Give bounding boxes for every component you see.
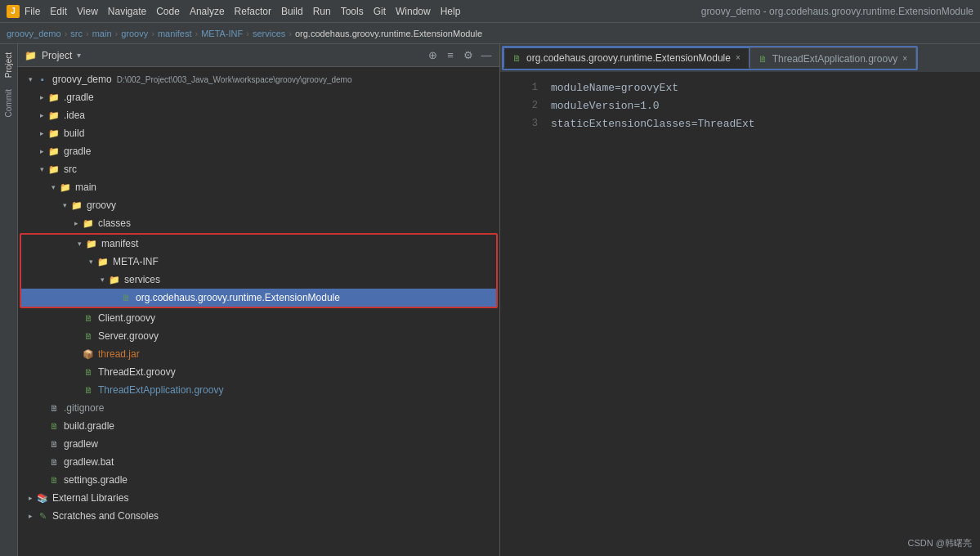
folder-src-icon: 📁 — [70, 199, 83, 212]
tree-item-groovy[interactable]: 📁 groovy — [18, 196, 499, 214]
folder-icon: 📁 — [47, 109, 60, 122]
tab-close-btn[interactable]: × — [902, 54, 907, 63]
menu-build[interactable]: Build — [281, 6, 303, 17]
tree-item-server[interactable]: 🗎 Server.groovy — [18, 327, 499, 345]
bc-services[interactable]: services — [253, 29, 285, 38]
folder-icon: 📁 — [108, 273, 121, 286]
menu-navigate[interactable]: Navigate — [108, 6, 146, 17]
tree-label-server: Server.groovy — [98, 330, 159, 342]
bc-groovy[interactable]: groovy — [121, 29, 148, 38]
settings-icon[interactable]: ⚙ — [462, 49, 475, 62]
bc-meta-inf[interactable]: META-INF — [201, 29, 243, 38]
tree-item-meta-inf[interactable]: 📁 META-INF — [21, 253, 496, 271]
menu-window[interactable]: Window — [396, 6, 431, 17]
tree-item-src[interactable]: 📁 src — [18, 160, 499, 178]
menu-analyze[interactable]: Analyze — [190, 6, 225, 17]
tab-close-btn[interactable]: × — [736, 53, 741, 62]
editor-tab-thread-ext-app[interactable]: 🗎 ThreadExtApplication.groovy × — [750, 47, 916, 69]
tree-item-gitignore[interactable]: 🗎 .gitignore — [18, 399, 499, 417]
file-icon: 🗎 — [47, 401, 60, 415]
tree-path: D:\002_Project\003_Java_Work\workspace\g… — [117, 75, 352, 84]
tree-item-gradlew-bat[interactable]: 🗎 gradlew.bat — [18, 453, 499, 471]
menu-edit[interactable]: Edit — [50, 6, 67, 17]
tree-item-thread-ext[interactable]: 🗎 ThreadExt.groovy — [18, 363, 499, 381]
filter-icon[interactable]: ≡ — [444, 49, 457, 62]
tree-item-scratches[interactable]: ✎ Scratches and Consoles — [18, 507, 499, 525]
tree-item-thread-ext-app[interactable]: 🗎 ThreadExtApplication.groovy — [18, 381, 499, 399]
menu-run[interactable]: Run — [313, 6, 331, 17]
tree-label-idea: .idea — [64, 110, 85, 121]
tree-arrow — [25, 492, 36, 504]
tree-arrow — [25, 510, 36, 522]
tree-arrow — [70, 217, 82, 229]
tree-item-gradle[interactable]: 📁 gradle — [18, 142, 499, 160]
tree-item-classes[interactable]: 📁 classes — [18, 214, 499, 232]
line-number: 1 — [513, 82, 538, 93]
editor-tab-ext-module[interactable]: 🗎 org.codehaus.groovy.runtime.ExtensionM… — [503, 47, 750, 69]
tab-highlight-box: 🗎 org.codehaus.groovy.runtime.ExtensionM… — [502, 46, 918, 70]
tree-item-build-gradle[interactable]: 🗎 build.gradle — [18, 417, 499, 435]
bc-main[interactable]: main — [92, 29, 112, 38]
groovy-icon: 🗎 — [82, 365, 95, 379]
tree-label-build: build — [64, 128, 84, 139]
tree-item-client[interactable]: 🗎 Client.groovy — [18, 309, 499, 327]
folder-icon: 📁 — [47, 91, 60, 104]
file-tree: ▪ groovy_demo D:\002_Project\003_Java_Wo… — [18, 67, 499, 556]
line-content: moduleVersion=1.0 — [551, 100, 660, 112]
folder-icon: 📁 — [47, 127, 60, 140]
bc-groovy-demo[interactable]: groovy_demo — [7, 29, 61, 38]
tab-file-icon: 🗎 — [758, 54, 767, 64]
tree-arrow — [36, 128, 47, 139]
tree-item-gradlew[interactable]: 🗎 gradlew — [18, 435, 499, 453]
menu-bar: File Edit View Navigate Code Analyze Ref… — [25, 6, 460, 17]
gradle-icon: 🗎 — [47, 473, 60, 486]
tree-label-client: Client.groovy — [98, 312, 155, 324]
tree-label-main: main — [75, 182, 96, 193]
tree-arrow — [36, 146, 47, 157]
jar-icon: 📦 — [82, 348, 95, 361]
editor-area: 🗎 org.codehaus.groovy.runtime.ExtensionM… — [500, 44, 980, 556]
line-content: staticExtensionClasses=ThreadExt — [551, 118, 755, 130]
sidebar-tab-project[interactable]: Project — [2, 47, 15, 83]
tree-item-build[interactable]: 📁 build — [18, 124, 499, 142]
folder-icon: 📁 — [47, 163, 60, 176]
add-icon[interactable]: ⊕ — [426, 49, 439, 62]
sidebar-tab-commit[interactable]: Commit — [2, 84, 15, 122]
groovy-icon: 🗎 — [82, 330, 95, 343]
menu-help[interactable]: Help — [441, 6, 461, 17]
bc-src[interactable]: src — [70, 29, 83, 38]
bc-manifest[interactable]: manifest — [158, 29, 192, 38]
tree-item-groovy-demo-root[interactable]: ▪ groovy_demo D:\002_Project\003_Java_Wo… — [18, 70, 499, 88]
panel-tools: ⊕ ≡ ⚙ — — [426, 49, 493, 62]
menu-view[interactable]: View — [77, 6, 98, 17]
tree-label-meta-inf: META-INF — [113, 256, 159, 267]
tree-label-settings-gradle: settings.gradle — [64, 474, 128, 486]
tree-arrow — [36, 110, 47, 121]
title-bar: J File Edit View Navigate Code Analyze R… — [0, 0, 980, 23]
tree-item-thread-jar[interactable]: 📦 thread.jar — [18, 345, 499, 363]
tree-label-scratches: Scratches and Consoles — [52, 510, 159, 522]
tree-item-idea[interactable]: 📁 .idea — [18, 106, 499, 124]
tree-item-ext-libs[interactable]: 📚 External Libraries — [18, 489, 499, 507]
project-panel-header: 📁 Project ▾ ⊕ ≡ ⚙ — — [18, 44, 499, 67]
menu-code[interactable]: Code — [156, 6, 180, 17]
tree-item-ext-module[interactable]: 🗎 org.codehaus.groovy.runtime.ExtensionM… — [21, 289, 496, 307]
file-icon: 🗎 — [47, 437, 60, 451]
line-number: 3 — [513, 118, 538, 129]
tree-label-gradle-hidden: .gradle — [64, 92, 94, 103]
minimize-icon[interactable]: — — [480, 49, 493, 62]
tree-item-gradle-hidden[interactable]: 📁 .gradle — [18, 88, 499, 106]
menu-git[interactable]: Git — [374, 6, 386, 17]
tree-item-services[interactable]: 📁 services — [21, 271, 496, 289]
tab-file-icon: 🗎 — [512, 53, 521, 63]
groovy-icon: 🗎 — [82, 383, 95, 397]
dropdown-arrow[interactable]: ▾ — [77, 51, 81, 60]
folder-icon: 📁 — [59, 181, 72, 194]
tree-item-settings-gradle[interactable]: 🗎 settings.gradle — [18, 471, 499, 489]
menu-refactor[interactable]: Refactor — [235, 6, 271, 17]
red-highlight-box: 📁 manifest 📁 META-INF 📁 services — [20, 233, 498, 308]
tree-item-main[interactable]: 📁 main — [18, 178, 499, 196]
menu-tools[interactable]: Tools — [341, 6, 364, 17]
tree-item-manifest[interactable]: 📁 manifest — [21, 235, 496, 253]
menu-file[interactable]: File — [25, 6, 40, 17]
